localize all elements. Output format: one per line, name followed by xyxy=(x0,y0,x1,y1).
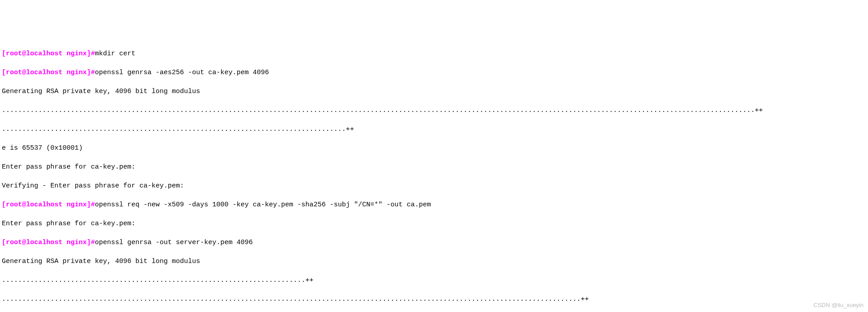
output-line: Enter pass phrase for ca-key.pem: xyxy=(2,162,866,172)
prompt: [root@localhost nginx]# xyxy=(2,239,95,246)
output-line: Generating RSA private key, 4096 bit lon… xyxy=(2,257,866,266)
command-text: openssl genrsa -out server-key.pem 4096 xyxy=(95,239,253,246)
line-cmd-genrsa2: [root@localhost nginx]#openssl genrsa -o… xyxy=(2,238,866,247)
prompt: [root@localhost nginx]# xyxy=(2,201,95,209)
output-line: Verifying - Enter pass phrase for ca-key… xyxy=(2,181,866,191)
command-text: openssl req -new -x509 -days 1000 -key c… xyxy=(95,201,431,209)
output-line: e is 65537 (0x10001) xyxy=(2,143,866,153)
output-line: Enter pass phrase for ca-key.pem: xyxy=(2,219,866,228)
command-text: openssl genrsa -aes256 -out ca-key.pem 4… xyxy=(95,69,269,76)
output-line: Generating RSA private key, 4096 bit lon… xyxy=(2,87,866,96)
line-cmd-genrsa: [root@localhost nginx]#openssl genrsa -a… xyxy=(2,68,866,77)
output-line: ........................................… xyxy=(2,276,866,285)
terminal-output: [root@localhost nginx]#mkdir cert [root@… xyxy=(2,40,866,312)
line-cmd-mkdir: [root@localhost nginx]#mkdir cert xyxy=(2,49,866,58)
line-cmd-req1: [root@localhost nginx]#openssl req -new … xyxy=(2,200,866,209)
watermark: CSDN @liu_xueyin xyxy=(814,301,864,309)
output-line: ........................................… xyxy=(2,106,866,115)
prompt: [root@localhost nginx]# xyxy=(2,50,95,58)
prompt: [root@localhost nginx]# xyxy=(2,69,95,76)
output-line: ........................................… xyxy=(2,294,866,304)
output-line: ........................................… xyxy=(2,125,866,134)
command-text: mkdir cert xyxy=(95,50,135,58)
